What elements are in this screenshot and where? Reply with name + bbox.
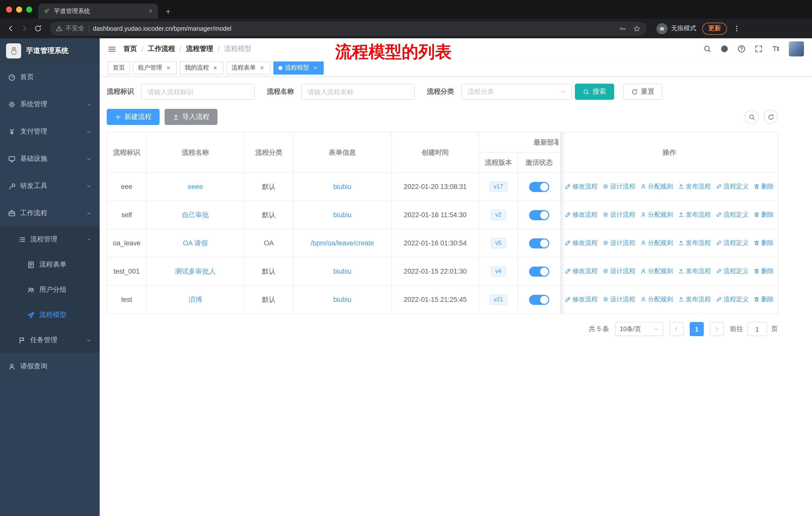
page-number-1[interactable]: 1 xyxy=(690,322,704,336)
bookmark-star-icon[interactable] xyxy=(633,25,640,32)
address-bar[interactable]: 不安全 dashboard.yudao.iocoder.cn/bpm/manag… xyxy=(50,21,646,35)
action-design-button[interactable]: 设计流程 xyxy=(603,267,635,276)
process-name-link[interactable]: 测试多审批人 xyxy=(175,267,216,275)
tag-home[interactable]: 首页 xyxy=(108,61,130,74)
process-name-link[interactable]: OA 请假 xyxy=(183,239,208,247)
action-edit-button[interactable]: 修改流程 xyxy=(565,211,598,219)
window-close-button[interactable] xyxy=(6,6,12,12)
tag-close-icon[interactable] xyxy=(258,64,265,71)
action-edit-button[interactable]: 修改流程 xyxy=(565,295,598,304)
window-minimize-button[interactable] xyxy=(16,6,22,12)
fullscreen-icon[interactable] xyxy=(755,45,763,53)
action-publish-button[interactable]: 发布流程 xyxy=(678,267,711,276)
create-process-button[interactable]: 新建流程 xyxy=(107,109,160,125)
action-design-button[interactable]: 设计流程 xyxy=(603,295,635,304)
form-info-link[interactable]: biubiu xyxy=(333,296,351,303)
action-publish-button[interactable]: 发布流程 xyxy=(678,295,711,304)
action-assign-button[interactable]: 分配规则 xyxy=(640,295,673,304)
action-delete-button[interactable]: 删除 xyxy=(754,295,774,304)
process-name-link[interactable]: 自己审批 xyxy=(182,211,209,218)
sidebar-item-user-group[interactable]: 用户分组 xyxy=(0,277,100,302)
sidebar-item-devtools[interactable]: 研发工具 xyxy=(0,172,100,199)
tag-tenant[interactable]: 租户管理 xyxy=(133,61,177,74)
sidebar-item-workflow[interactable]: 工作流程 xyxy=(0,199,100,227)
reset-button[interactable]: 重置 xyxy=(623,84,663,100)
sidebar-item-process-form[interactable]: 流程表单 xyxy=(0,252,100,277)
help-icon[interactable] xyxy=(737,45,746,53)
form-info-link[interactable]: biubiu xyxy=(333,183,351,190)
browser-update-button[interactable]: 更新 xyxy=(702,22,727,34)
security-indicator[interactable]: 不安全 xyxy=(56,24,84,33)
browser-menu-icon[interactable] xyxy=(733,25,741,32)
action-definition-button[interactable]: 流程定义 xyxy=(716,267,749,276)
window-maximize-button[interactable] xyxy=(26,6,32,12)
action-design-button[interactable]: 设计流程 xyxy=(603,211,635,219)
tag-close-icon[interactable] xyxy=(165,64,172,71)
action-edit-button[interactable]: 修改流程 xyxy=(565,239,598,247)
action-delete-button[interactable]: 删除 xyxy=(754,183,774,191)
sidebar-item-leave-query[interactable]: 请假查询 xyxy=(0,353,100,380)
active-toggle[interactable] xyxy=(529,266,549,276)
prev-page-button[interactable] xyxy=(670,322,684,336)
breadcrumb-item[interactable]: 流程管理 xyxy=(186,44,213,53)
breadcrumb-item[interactable]: 流程模型 xyxy=(224,44,252,53)
next-page-button[interactable] xyxy=(710,322,724,336)
sidebar-item-infra[interactable]: 基础设施 xyxy=(0,145,100,172)
breadcrumb-item[interactable]: 首页 xyxy=(123,44,137,53)
action-design-button[interactable]: 设计流程 xyxy=(603,239,635,247)
action-assign-button[interactable]: 分配规则 xyxy=(640,183,673,191)
refresh-table-button[interactable] xyxy=(764,110,778,124)
import-process-button[interactable]: 导入流程 xyxy=(165,109,218,125)
tag-process-model[interactable]: 流程模型 xyxy=(273,61,324,74)
tag-close-icon[interactable] xyxy=(312,64,319,71)
sidebar-item-payment[interactable]: 支付管理 xyxy=(0,118,100,145)
active-toggle[interactable] xyxy=(529,182,549,192)
sidebar-item-home[interactable]: 首页 xyxy=(0,63,100,91)
active-toggle[interactable] xyxy=(529,238,549,248)
action-definition-button[interactable]: 流程定义 xyxy=(716,295,749,304)
key-icon[interactable] xyxy=(619,25,626,32)
breadcrumb-item[interactable]: 工作流程 xyxy=(148,44,175,53)
action-publish-button[interactable]: 发布流程 xyxy=(678,183,711,191)
action-edit-button[interactable]: 修改流程 xyxy=(565,183,598,191)
github-icon[interactable] xyxy=(720,45,728,53)
action-definition-button[interactable]: 流程定义 xyxy=(716,183,749,191)
new-tab-button[interactable] xyxy=(165,8,171,15)
form-info-link[interactable]: /bpm/oa/leave/create xyxy=(311,239,374,247)
sidebar-item-task-manage[interactable]: 任务管理 xyxy=(0,328,100,353)
search-button[interactable]: 搜索 xyxy=(575,84,614,100)
toggle-search-button[interactable] xyxy=(745,110,759,124)
reload-icon[interactable] xyxy=(32,23,44,34)
action-assign-button[interactable]: 分配规则 xyxy=(640,239,673,247)
action-design-button[interactable]: 设计流程 xyxy=(603,183,635,191)
process-name-link[interactable]: 滔博 xyxy=(188,296,202,303)
action-definition-button[interactable]: 流程定义 xyxy=(716,211,749,219)
active-toggle[interactable] xyxy=(529,295,549,305)
goto-page-input[interactable] xyxy=(747,322,767,336)
action-delete-button[interactable]: 删除 xyxy=(754,239,774,247)
search-icon[interactable] xyxy=(703,45,711,53)
forward-icon[interactable] xyxy=(19,23,30,34)
category-select[interactable]: 流程分类 xyxy=(461,84,572,100)
action-publish-button[interactable]: 发布流程 xyxy=(678,211,711,219)
tag-close-icon[interactable] xyxy=(211,64,219,71)
back-icon[interactable] xyxy=(5,23,17,34)
process-name-input[interactable] xyxy=(301,84,415,100)
action-definition-button[interactable]: 流程定义 xyxy=(716,239,749,247)
incognito-profile-chip[interactable]: 无痕模式 xyxy=(657,23,696,34)
form-info-link[interactable]: biubiu xyxy=(333,211,351,219)
action-delete-button[interactable]: 删除 xyxy=(754,211,774,219)
action-delete-button[interactable]: 删除 xyxy=(754,267,774,276)
action-publish-button[interactable]: 发布流程 xyxy=(678,239,711,247)
page-size-select[interactable]: 10条/页 xyxy=(615,322,664,336)
action-assign-button[interactable]: 分配规则 xyxy=(640,211,673,219)
action-assign-button[interactable]: 分配规则 xyxy=(640,267,673,276)
user-avatar[interactable] xyxy=(789,41,804,56)
sidebar-item-process-model[interactable]: 流程模型 xyxy=(0,302,100,328)
font-size-icon[interactable] xyxy=(772,45,780,53)
tag-my-process[interactable]: 我的流程 xyxy=(180,61,224,74)
process-id-input[interactable] xyxy=(141,84,255,100)
process-name-link[interactable]: eeee xyxy=(188,183,203,190)
sidebar-item-system[interactable]: 系统管理 xyxy=(0,91,100,118)
action-edit-button[interactable]: 修改流程 xyxy=(565,267,598,276)
